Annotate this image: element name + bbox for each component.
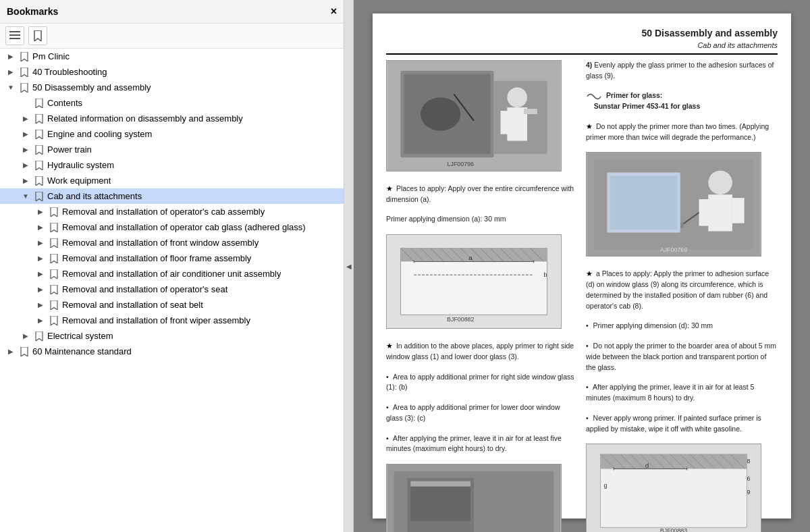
bookmark-svg	[20, 83, 28, 92]
toolbar-menu-button[interactable]	[5, 26, 24, 45]
expander-front-wiper[interactable]: ▶	[35, 317, 46, 324]
bookmark-icon-pm-clinic	[19, 52, 30, 61]
tree-item-op-cab-assembly[interactable]: ▶ Removal and installation of operator's…	[0, 204, 344, 219]
bookmark-icon-hydraulic-system	[34, 161, 45, 170]
tree-label-op-cab-glass: Removal and installation of operator cab…	[62, 222, 306, 232]
img1-caption-text: LJF00796	[448, 161, 475, 167]
page-subtitle: Cab and its attachments	[386, 41, 778, 51]
expander-power-train[interactable]: ▶	[20, 146, 31, 153]
tree-item-electrical-system[interactable]: ▶ Electrical system	[0, 328, 344, 344]
tree-label-contents: Contents	[47, 98, 82, 108]
tree-item-seat-belt[interactable]: ▶ Removal and installation of seat belt	[0, 297, 344, 313]
svg-text:g: g	[604, 483, 608, 489]
svg-rect-3	[16, 31, 20, 32]
image-block-2: AJF00769	[586, 152, 778, 257]
bookmark-icon-power-train	[34, 145, 45, 155]
image-block-5: d g 8 6 9 BJF00883	[586, 444, 778, 532]
step4-text-block: ★ Places to apply: Apply over the entire…	[386, 184, 578, 205]
tree-item-op-cab-glass[interactable]: ▶ Removal and installation of operator c…	[0, 219, 344, 235]
tree-item-hydraulic-system[interactable]: ▶ Hydraulic system	[0, 157, 344, 173]
expander-work-equipment[interactable]: ▶	[20, 177, 31, 184]
expander-cab-attachments[interactable]: ▼	[20, 192, 31, 200]
left-add-b2: • Area to apply additional primer for lo…	[386, 402, 578, 424]
bookmark-svg	[20, 52, 28, 61]
tree-item-power-train[interactable]: ▶ Power train	[0, 142, 344, 157]
right-note1: ★ a Places to apply: Apply the primer to…	[586, 269, 778, 311]
tree-item-50-disassembly[interactable]: ▼ 50 Disassembly and assembly	[0, 80, 344, 95]
left-column: LJF00796 ★ Places to apply: Apply over t…	[386, 60, 578, 532]
svg-text:a: a	[468, 255, 473, 262]
photo-2: AJF00769	[586, 152, 761, 257]
left-add-b1: • Area to apply additional primer for ri…	[386, 372, 578, 394]
tree-item-op-seat[interactable]: ▶ Removal and installation of operator's…	[0, 282, 344, 297]
tree-label-electrical-system: Electrical system	[47, 331, 113, 341]
tree-item-related-info[interactable]: ▶ Related information on disassembly and…	[0, 111, 344, 126]
svg-point-7	[421, 97, 460, 130]
expander-air-conditioner[interactable]: ▶	[35, 270, 46, 277]
expander-floor-frame[interactable]: ▶	[35, 255, 46, 262]
bookmark-svg	[50, 269, 58, 279]
tree-item-floor-frame[interactable]: ▶ Removal and installation of floor fram…	[0, 250, 344, 266]
expander-pm-clinic[interactable]: ▶	[5, 53, 16, 60]
expander-related-info[interactable]: ▶	[20, 115, 31, 122]
tree-label-floor-frame: Removal and installation of floor frame …	[62, 253, 251, 263]
left-add-note-text: In addition to the above places, apply p…	[386, 342, 574, 361]
bookmark-icon-60-maintenance	[19, 347, 30, 356]
bookmark-svg	[35, 331, 43, 341]
tree-item-air-conditioner[interactable]: ▶ Removal and installation of air condit…	[0, 266, 344, 282]
svg-rect-52	[610, 176, 677, 230]
expander-50-disassembly[interactable]: ▼	[5, 84, 16, 91]
bookmark-svg	[20, 68, 28, 77]
expander-electrical-system[interactable]: ▶	[20, 332, 31, 340]
sidebar: Bookmarks × ▶ Pm Clinic▶ 40 Troubleshoot…	[0, 0, 344, 532]
toolbar-bookmark-button[interactable]	[28, 26, 47, 45]
svg-text:d: d	[645, 462, 649, 469]
expander-engine-cooling[interactable]: ▶	[20, 130, 31, 138]
main-content[interactable]: 50 Disassembly and assembly Cab and its …	[354, 0, 810, 532]
svg-text:8: 8	[747, 458, 750, 464]
document-page: 50 Disassembly and assembly Cab and its …	[373, 14, 791, 518]
left-add-b3: • After applying the primer, leave it in…	[386, 433, 578, 455]
svg-text:9: 9	[747, 489, 750, 496]
step4-header: 4) Evenly apply the glass primer to the …	[586, 60, 778, 82]
expander-op-seat[interactable]: ▶	[35, 286, 46, 293]
right-column: 4) Evenly apply the glass primer to the …	[586, 60, 778, 532]
bookmarks-tree[interactable]: ▶ Pm Clinic▶ 40 Troubleshooting▼ 50 Disa…	[0, 49, 344, 532]
image-block-1: LJF00796	[386, 60, 578, 171]
tree-item-front-window[interactable]: ▶ Removal and installation of front wind…	[0, 235, 344, 250]
photo-5: d g 8 6 9 BJF00883	[586, 444, 761, 532]
expander-op-cab-assembly[interactable]: ▶	[35, 208, 46, 215]
collapse-handle[interactable]: ◀	[344, 0, 354, 532]
close-icon[interactable]: ×	[331, 5, 337, 18]
tree-item-60-maintenance[interactable]: ▶ 60 Maintenance standard	[0, 344, 344, 359]
expander-seat-belt[interactable]: ▶	[35, 301, 46, 309]
expander-60-maintenance[interactable]: ▶	[5, 348, 16, 355]
bookmark-icon-work-equipment	[34, 176, 45, 186]
tree-item-engine-cooling[interactable]: ▶ Engine and cooling system	[0, 126, 344, 142]
expander-hydraulic-system[interactable]: ▶	[20, 161, 31, 169]
svg-rect-2	[9, 38, 20, 39]
bookmark-icon-floor-frame	[49, 254, 59, 263]
image-block-3: a b BJF00882	[386, 234, 578, 329]
tree-item-pm-clinic[interactable]: ▶ Pm Clinic	[0, 49, 344, 64]
bookmark-icon-related-info	[34, 114, 45, 124]
expander-op-cab-glass[interactable]: ▶	[35, 223, 46, 231]
expander-40-troubleshooting[interactable]: ▶	[5, 68, 16, 76]
tree-item-work-equipment[interactable]: ▶ Work equipment	[0, 173, 344, 188]
tree-item-front-wiper[interactable]: ▶ Removal and installation of front wipe…	[0, 313, 344, 328]
svg-point-45	[708, 171, 732, 195]
svg-rect-48	[732, 198, 745, 224]
right-note3: • Do not apply the primer to the boarder…	[586, 341, 778, 373]
bookmark-icon-op-cab-glass	[49, 223, 59, 232]
bookmark-svg	[35, 145, 43, 155]
bookmark-icon-cab-attachments	[34, 192, 45, 201]
tree-item-contents[interactable]: Contents	[0, 95, 344, 111]
bookmarks-title: Bookmarks	[7, 6, 58, 17]
tree-item-40-troubleshooting[interactable]: ▶ 40 Troubleshooting	[0, 64, 344, 80]
tree-label-work-equipment: Work equipment	[47, 176, 111, 186]
expander-front-window[interactable]: ▶	[35, 239, 46, 246]
image-block-4: b AJF00797	[386, 464, 578, 532]
bookmark-svg	[50, 316, 58, 325]
tree-item-cab-attachments[interactable]: ▼ Cab and its attachments	[0, 188, 344, 204]
places-label: Places to apply:	[396, 184, 446, 192]
